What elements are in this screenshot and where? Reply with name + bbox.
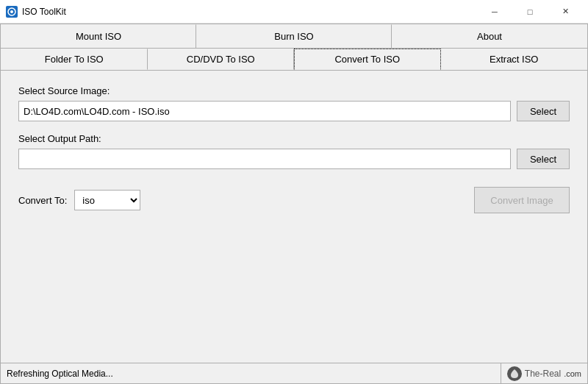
sub-tabs: Folder To ISO CD/DVD To ISO Convert To I… <box>1 49 587 71</box>
title-bar: ISO ToolKit ─ □ ✕ <box>0 0 588 24</box>
convert-to-select[interactable]: iso img bin mdf nrg <box>74 190 140 210</box>
source-image-input[interactable] <box>18 101 511 121</box>
convert-left: Convert To: iso img bin mdf nrg <box>18 190 140 210</box>
output-path-row: Select <box>18 149 570 169</box>
minimize-button[interactable]: ─ <box>478 0 512 24</box>
convert-options-row: Convert To: iso img bin mdf nrg Convert … <box>18 187 570 213</box>
output-path-select-button[interactable]: Select <box>517 149 570 169</box>
maximize-button[interactable]: □ <box>513 0 547 24</box>
watermark-domain: .com <box>564 369 581 378</box>
source-image-row: Select <box>18 101 570 121</box>
title-bar-left: ISO ToolKit <box>6 6 66 18</box>
title-bar-controls: ─ □ ✕ <box>478 0 582 24</box>
menu-tabs: Mount ISO Burn ISO About <box>1 24 587 49</box>
app-title: ISO ToolKit <box>22 7 66 17</box>
subtab-cd-dvd-to-iso[interactable]: CD/DVD To ISO <box>148 49 295 70</box>
close-button[interactable]: ✕ <box>548 0 582 24</box>
status-right: The-Real .com <box>501 366 581 381</box>
app-icon <box>6 6 18 18</box>
output-path-group: Select Output Path: Select <box>18 133 570 169</box>
status-bar: Refreshing Optical Media... The-Real .co… <box>1 363 587 383</box>
watermark-text: The-Real <box>525 369 561 379</box>
content-area: Select Source Image: Select Select Outpu… <box>1 71 587 363</box>
watermark-icon <box>507 366 522 381</box>
subtab-extract-iso[interactable]: Extract ISO <box>441 49 588 70</box>
tab-mount-iso[interactable]: Mount ISO <box>1 24 196 48</box>
tab-burn-iso[interactable]: Burn ISO <box>196 24 392 48</box>
subtab-folder-to-iso[interactable]: Folder To ISO <box>1 49 148 70</box>
output-path-label: Select Output Path: <box>18 133 570 144</box>
main-window: Mount ISO Burn ISO About Folder To ISO C… <box>0 24 588 384</box>
svg-point-1 <box>10 10 13 13</box>
source-image-label: Select Source Image: <box>18 85 570 96</box>
watermark: The-Real .com <box>507 366 581 381</box>
output-path-input[interactable] <box>18 149 511 169</box>
status-text: Refreshing Optical Media... <box>7 363 501 383</box>
subtab-convert-to-iso[interactable]: Convert To ISO <box>294 49 441 70</box>
convert-to-label: Convert To: <box>18 195 67 206</box>
source-image-group: Select Source Image: Select <box>18 85 570 121</box>
convert-image-button[interactable]: Convert Image <box>474 187 570 213</box>
source-image-select-button[interactable]: Select <box>517 101 570 121</box>
tab-about[interactable]: About <box>392 24 587 48</box>
